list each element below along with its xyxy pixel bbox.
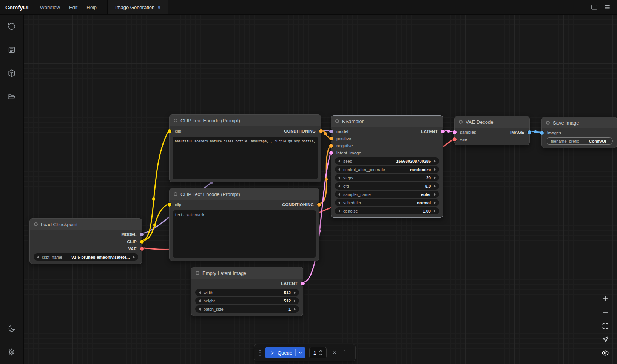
input-port-model[interactable] [329, 130, 333, 133]
settings-gear-icon[interactable] [4, 344, 19, 359]
widget-control-after-generate[interactable]: control_after_generate randomize [335, 166, 439, 173]
widget-steps[interactable]: steps 20 [335, 174, 439, 181]
increment-icon[interactable] [294, 308, 296, 311]
stop-icon[interactable] [342, 349, 351, 357]
input-port-vae[interactable] [453, 137, 457, 141]
collapse-dot-icon[interactable] [174, 192, 177, 196]
output-port-vae[interactable] [140, 247, 144, 251]
step-up-icon[interactable] [319, 349, 323, 352]
decrement-icon[interactable] [338, 201, 340, 204]
input-port-clip[interactable] [168, 129, 171, 133]
widget-ckpt-name[interactable]: ckpt_name v1-5-pruned-emaonly.safete... [34, 253, 138, 261]
decrement-icon[interactable] [199, 308, 201, 311]
decrement-icon[interactable] [199, 299, 201, 302]
node-load-checkpoint[interactable]: Load Checkpoint MODEL CLIP VAE ckpt_name… [29, 218, 142, 264]
queue-options-button[interactable] [296, 347, 305, 358]
collapse-dot-icon[interactable] [459, 120, 463, 124]
widget-sampler-name[interactable]: sampler_name euler [335, 191, 439, 198]
input-port-clip[interactable] [168, 203, 171, 207]
collapse-dot-icon[interactable] [546, 121, 550, 125]
node-clip-text-encode-negative[interactable]: CLIP Text Encode (Prompt) clip CONDITION… [169, 188, 319, 261]
decrement-icon[interactable] [338, 176, 340, 179]
decrement-icon[interactable] [338, 193, 340, 196]
output-port-image[interactable] [528, 130, 531, 134]
increment-icon[interactable] [434, 168, 436, 171]
tab-image-generation[interactable]: Image Generation [107, 0, 168, 14]
output-port-conditioning[interactable] [319, 129, 323, 133]
node-save-image[interactable]: Save Image images filename_prefix ComfyU… [541, 117, 617, 148]
node-vae-decode[interactable]: VAE Decode samples IMAGE vae [454, 116, 530, 145]
node-header[interactable]: CLIP Text Encode (Prompt) [170, 115, 321, 126]
increment-icon[interactable] [434, 193, 436, 196]
hamburger-menu-icon[interactable] [603, 3, 611, 11]
pointer-navigation-icon[interactable] [602, 336, 609, 343]
box-icon[interactable] [4, 66, 19, 81]
output-port-latent[interactable] [441, 130, 445, 133]
clear-queue-icon[interactable] [330, 349, 339, 357]
widget-cfg[interactable]: cfg 8.0 [335, 182, 439, 190]
decrement-icon[interactable] [338, 168, 340, 171]
increment-icon[interactable] [294, 299, 296, 302]
decrement-icon[interactable] [338, 185, 340, 188]
batch-count-stepper[interactable]: 1 [309, 347, 327, 358]
increment-icon[interactable] [434, 185, 436, 188]
queue-button[interactable]: Queue [265, 347, 295, 358]
widget-scheduler[interactable]: scheduler normal [335, 199, 439, 206]
menu-workflow[interactable]: Workflow [35, 5, 65, 10]
increment-icon[interactable] [133, 256, 135, 259]
zoom-out-icon[interactable] [602, 308, 609, 316]
collapse-dot-icon[interactable] [34, 222, 38, 226]
widget-denoise[interactable]: denoise 1.00 [335, 207, 439, 214]
decrement-icon[interactable] [338, 210, 340, 213]
history-icon[interactable] [4, 19, 19, 34]
widget-filename-prefix[interactable]: filename_prefix ComfyUI [546, 137, 613, 145]
zoom-in-icon[interactable] [602, 295, 609, 302]
input-port-images[interactable] [540, 131, 544, 135]
prompt-textarea[interactable]: text, watermark [173, 210, 316, 258]
prompt-textarea[interactable]: beautiful scenery nature glass bottle la… [173, 137, 318, 179]
node-header[interactable]: VAE Decode [455, 116, 529, 128]
node-clip-text-encode-positive[interactable]: CLIP Text Encode (Prompt) clip CONDITION… [169, 114, 321, 182]
decrement-icon[interactable] [199, 291, 201, 294]
node-graph-canvas[interactable] [23, 14, 617, 364]
widget-seed[interactable]: seed 156680208700286 [335, 157, 439, 165]
increment-icon[interactable] [434, 210, 436, 213]
step-down-icon[interactable] [319, 353, 323, 356]
menu-help[interactable]: Help [82, 5, 101, 10]
input-port-samples[interactable] [453, 130, 457, 134]
node-header[interactable]: CLIP Text Encode (Prompt) [170, 188, 319, 200]
input-port-negative[interactable] [329, 144, 333, 148]
drag-handle-icon[interactable] [259, 349, 261, 357]
node-ksampler[interactable]: KSampler model LATENT positive negative … [331, 115, 443, 218]
output-port-conditioning[interactable] [317, 203, 321, 207]
decrement-icon[interactable] [338, 160, 340, 163]
collapse-dot-icon[interactable] [174, 119, 177, 122]
collapse-dot-icon[interactable] [196, 271, 199, 275]
widget-width[interactable]: width 512 [195, 289, 299, 296]
log-icon[interactable] [4, 42, 19, 57]
eye-toggle-icon[interactable] [602, 349, 609, 357]
collapse-dot-icon[interactable] [335, 119, 339, 123]
output-port-model[interactable] [140, 233, 144, 236]
toggle-panel-icon[interactable] [591, 3, 598, 11]
node-header[interactable]: Empty Latent Image [191, 267, 303, 279]
node-header[interactable]: KSampler [331, 116, 443, 127]
increment-icon[interactable] [434, 201, 436, 204]
output-port-clip[interactable] [140, 240, 144, 244]
decrement-icon[interactable] [37, 256, 39, 259]
increment-icon[interactable] [294, 291, 296, 294]
increment-icon[interactable] [434, 160, 436, 163]
widget-batch-size[interactable]: batch_size 1 [195, 305, 299, 313]
node-header[interactable]: Load Checkpoint [30, 219, 142, 230]
node-header[interactable]: Save Image [542, 117, 617, 128]
input-port-latent-image[interactable] [329, 151, 333, 155]
folder-icon[interactable] [4, 89, 19, 104]
output-port-latent[interactable] [301, 282, 305, 285]
input-port-positive[interactable] [329, 137, 333, 140]
theme-toggle-moon-icon[interactable] [4, 321, 19, 336]
menu-edit[interactable]: Edit [65, 5, 82, 10]
widget-height[interactable]: height 512 [195, 297, 299, 304]
fit-view-icon[interactable] [602, 322, 609, 330]
increment-icon[interactable] [434, 176, 436, 179]
node-empty-latent-image[interactable]: Empty Latent Image LATENT width 512 heig… [191, 267, 303, 316]
